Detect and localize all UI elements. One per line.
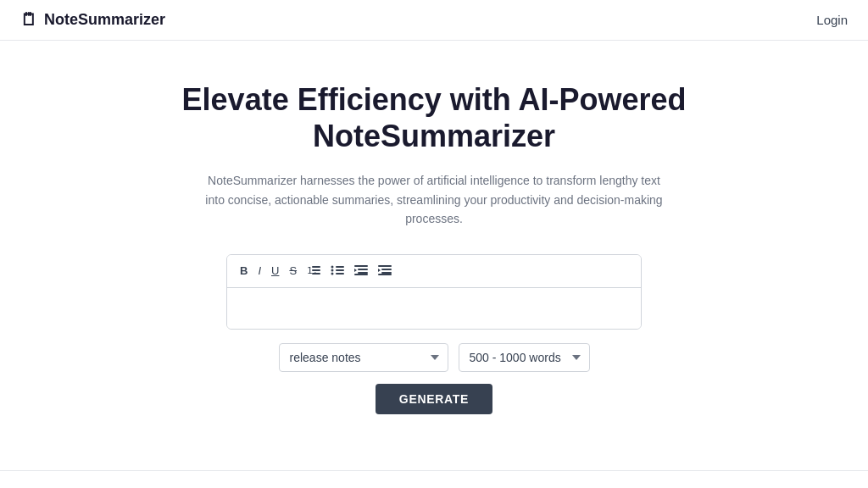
indent-increase-button[interactable]: [374, 262, 396, 280]
editor-container: B I U S 1.: [226, 254, 642, 330]
unordered-list-icon: [331, 264, 344, 276]
svg-rect-10: [354, 265, 368, 267]
indent-decrease-icon: [354, 264, 368, 276]
underline-button[interactable]: U: [267, 263, 283, 279]
hero-title: Elevate Efficiency with AI-Powered NoteS…: [137, 81, 731, 154]
brand-name: NoteSummarizer: [44, 11, 165, 29]
footer: [0, 470, 868, 488]
svg-rect-12: [358, 272, 368, 274]
length-dropdown[interactable]: 100 - 200 words 200 - 500 words 500 - 10…: [459, 343, 590, 372]
bold-button[interactable]: B: [236, 263, 252, 279]
brand-logo[interactable]: 🗒 NoteSummarizer: [20, 10, 165, 30]
svg-rect-2: [312, 269, 320, 271]
svg-rect-3: [312, 273, 320, 274]
svg-marker-19: [378, 269, 381, 272]
svg-rect-17: [381, 272, 392, 274]
svg-rect-7: [336, 266, 344, 268]
generate-button[interactable]: GENERATE: [376, 384, 492, 414]
unordered-list-button[interactable]: [326, 262, 348, 280]
editor-input[interactable]: [227, 288, 641, 329]
login-button[interactable]: Login: [816, 13, 848, 27]
controls-row: release notes meeting notes research pap…: [279, 343, 590, 372]
main-content: Elevate Efficiency with AI-Powered NoteS…: [0, 41, 868, 470]
svg-rect-16: [381, 269, 392, 270]
svg-point-4: [331, 265, 334, 268]
svg-rect-18: [378, 274, 392, 275]
svg-rect-15: [378, 265, 392, 267]
editor-toolbar: B I U S 1.: [227, 255, 641, 288]
navbar: 🗒 NoteSummarizer Login: [0, 0, 868, 41]
svg-point-5: [331, 269, 334, 271]
svg-point-6: [331, 272, 334, 274]
ordered-list-button[interactable]: 1.: [303, 262, 325, 280]
strikethrough-button[interactable]: S: [285, 263, 301, 279]
brand-icon: 🗒: [20, 10, 37, 30]
hero-subtitle: NoteSummarizer harnesses the power of ar…: [205, 171, 663, 228]
svg-rect-13: [354, 274, 368, 275]
svg-marker-14: [354, 269, 357, 272]
svg-rect-9: [336, 273, 344, 274]
svg-rect-1: [312, 266, 320, 268]
svg-rect-8: [336, 269, 344, 271]
indent-decrease-button[interactable]: [350, 262, 372, 280]
svg-rect-11: [358, 269, 368, 270]
ordered-list-icon: 1.: [307, 264, 320, 276]
type-dropdown[interactable]: release notes meeting notes research pap…: [279, 343, 448, 372]
italic-button[interactable]: I: [253, 263, 265, 279]
indent-increase-icon: [378, 264, 392, 276]
